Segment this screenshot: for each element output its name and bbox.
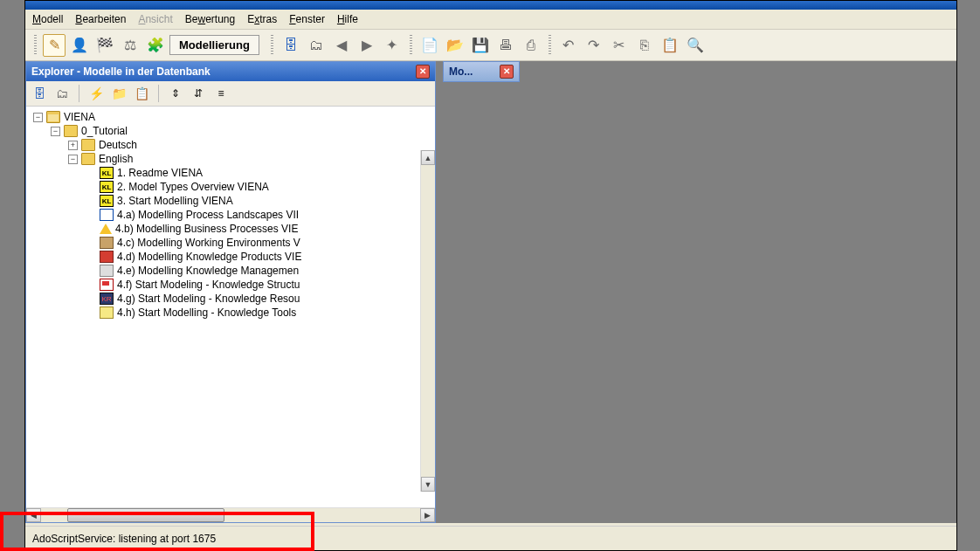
statusbar: AdoScriptService: listening at port 1675: [25, 526, 956, 550]
close-icon[interactable]: ✕: [416, 65, 430, 79]
menu-extras[interactable]: Extras: [247, 13, 277, 25]
titlebar: [25, 1, 956, 10]
scroll-left-icon[interactable]: ◀: [26, 508, 41, 522]
mo-title: Mo...: [449, 65, 473, 78]
menu-bewertung[interactable]: Bewertung: [185, 13, 235, 25]
tree-item[interactable]: 1. Readme VIENA: [117, 167, 203, 179]
separator-icon: [79, 85, 79, 102]
menubar: Modell Bearbeiten Ansicht Bewertung Extr…: [25, 10, 956, 30]
tree-node-root[interactable]: VIENA: [64, 111, 95, 123]
tb-find-icon[interactable]: 🔍: [684, 34, 707, 57]
toolbar-grip-icon: [410, 35, 412, 56]
collapse-icon[interactable]: −: [68, 155, 78, 164]
status-text: AdoScriptService: listening at port 1675: [32, 533, 216, 545]
collapse-icon[interactable]: −: [33, 113, 43, 122]
etb-sort-icon[interactable]: ≡: [211, 84, 231, 103]
scroll-thumb[interactable]: [67, 508, 224, 522]
etb-expand-icon[interactable]: ⇕: [166, 84, 185, 103]
tree-node-deutsch[interactable]: Deutsch: [99, 139, 137, 151]
tb-new-icon[interactable]: 📄: [418, 34, 441, 57]
tree-item[interactable]: 4.b) Modelling Business Processes VIE: [115, 223, 298, 235]
kl-icon: KL: [100, 181, 114, 193]
tb-print-icon[interactable]: 🖶: [494, 34, 517, 57]
horizontal-scrollbar[interactable]: ◀ ▶: [26, 507, 435, 522]
tree-item[interactable]: 2. Model Types Overview VIENA: [117, 181, 269, 193]
etb-foldercheck-icon[interactable]: 📁: [109, 84, 128, 103]
explorer-header[interactable]: Explorer - Modelle in der Datenbank ✕: [26, 62, 435, 81]
tb-back-icon[interactable]: ◀: [330, 34, 353, 57]
toolbar-grip-icon: [34, 35, 37, 56]
scroll-down-icon[interactable]: ▼: [421, 477, 435, 492]
tree-item[interactable]: 4.g) Start Modeling - Knowledge Resou: [117, 293, 300, 305]
tb-cut-icon[interactable]: ✂: [608, 34, 631, 57]
tb-puzzle-icon[interactable]: 🧩: [144, 34, 167, 57]
etb-refresh-icon[interactable]: ⚡: [86, 84, 106, 103]
mgmt-icon: [100, 265, 114, 277]
tree-node-tutorial[interactable]: 0_Tutorial: [81, 125, 128, 137]
env-icon: [100, 237, 114, 249]
toolbar-main: ✎ 👤 🏁 ⚖ 🧩 Modellierung 🗄 🗂 ◀ ▶ ✦ 📄 📂 💾 🖶…: [25, 30, 956, 61]
tb-redo-icon[interactable]: ↷: [583, 34, 605, 57]
tree-item[interactable]: 4.a) Modelling Process Landscapes VII: [117, 209, 299, 221]
folder-icon: [81, 139, 95, 151]
folder-icon: [64, 125, 78, 137]
explorer-panel: Explorer - Modelle in der Datenbank ✕ 🗄 …: [25, 61, 436, 523]
tb-save-icon[interactable]: 💾: [469, 34, 492, 57]
content-area: Explorer - Modelle in der Datenbank ✕ 🗄 …: [25, 61, 956, 523]
triangle-icon: [100, 224, 112, 234]
tb-mode-label[interactable]: Modellierung: [169, 35, 259, 55]
main-window: Modell Bearbeiten Ansicht Bewertung Extr…: [24, 0, 957, 551]
menu-fenster[interactable]: Fenster: [289, 13, 325, 25]
tb-dash-icon[interactable]: 🏁: [93, 34, 116, 57]
tb-open-icon[interactable]: 📂: [444, 34, 466, 57]
folder-open-icon: [46, 111, 60, 123]
tree-item[interactable]: 4.e) Modelling Knowledge Managemen: [117, 265, 299, 277]
etb-db-icon[interactable]: 🗄: [30, 84, 49, 103]
expand-icon[interactable]: +: [68, 141, 78, 150]
kl-icon: KL: [100, 167, 114, 179]
menu-bearbeiten[interactable]: Bearbeiten: [75, 13, 126, 25]
landscape-icon: [100, 209, 114, 221]
tb-paste-icon[interactable]: 📋: [659, 34, 681, 57]
vertical-scrollbar[interactable]: ▲ ▼: [420, 150, 435, 492]
tree-item[interactable]: 3. Start Modelling VIENA: [117, 195, 233, 207]
tb-stack-icon[interactable]: 🗂: [305, 34, 328, 57]
tb-edit-icon[interactable]: ✎: [43, 34, 66, 57]
etb-clipboard-icon[interactable]: 📋: [132, 84, 151, 103]
product-icon: [100, 251, 114, 263]
tree-item[interactable]: 4.d) Modelling Knowledge Products VIE: [117, 251, 301, 263]
tb-user-icon[interactable]: 👤: [68, 34, 91, 57]
tree-item[interactable]: 4.h) Start Modelling - Knowledge Tools: [117, 306, 296, 319]
explorer-title: Explorer - Modelle in der Datenbank: [31, 65, 210, 78]
toolbar-grip-icon: [271, 35, 273, 56]
tools-icon: [100, 306, 114, 319]
etb-stack-icon[interactable]: 🗂: [52, 84, 72, 103]
tb-scales-icon[interactable]: ⚖: [119, 34, 141, 57]
tree-node-english[interactable]: English: [99, 153, 133, 165]
kr-icon: KR: [100, 293, 114, 305]
flag-icon: [100, 279, 114, 291]
tree-item[interactable]: 4.c) Modelling Working Environments V: [117, 237, 300, 249]
toolbar-grip-icon: [549, 35, 551, 56]
tree-view[interactable]: −VIENA −0_Tutorial +Deutsch −English KL1…: [26, 107, 435, 507]
tb-export-icon[interactable]: ⎙: [520, 34, 542, 57]
tb-copy-icon[interactable]: ⎘: [633, 34, 656, 57]
close-icon[interactable]: ✕: [500, 65, 514, 79]
kl-icon: KL: [100, 195, 114, 207]
mo-header[interactable]: Mo... ✕: [444, 62, 519, 81]
tb-compass-icon[interactable]: ✦: [381, 34, 404, 57]
etb-collapse-icon[interactable]: ⇵: [189, 84, 208, 103]
explorer-toolbar: 🗄 🗂 ⚡ 📁 📋 ⇕ ⇵ ≡: [26, 81, 435, 107]
tb-db-icon[interactable]: 🗄: [280, 34, 302, 57]
menu-hilfe[interactable]: Hilfe: [337, 13, 358, 25]
menu-ansicht[interactable]: Ansicht: [138, 13, 172, 25]
collapse-icon[interactable]: −: [51, 127, 60, 136]
tb-undo-icon[interactable]: ↶: [557, 34, 580, 57]
separator-icon: [158, 85, 159, 102]
folder-icon: [81, 153, 95, 165]
menu-modell[interactable]: Modell: [32, 13, 63, 25]
tree-item[interactable]: 4.f) Start Modeling - Knowledge Structu: [117, 279, 300, 291]
tb-forward-icon[interactable]: ▶: [355, 34, 378, 57]
scroll-right-icon[interactable]: ▶: [420, 508, 435, 522]
scroll-up-icon[interactable]: ▲: [421, 150, 435, 165]
